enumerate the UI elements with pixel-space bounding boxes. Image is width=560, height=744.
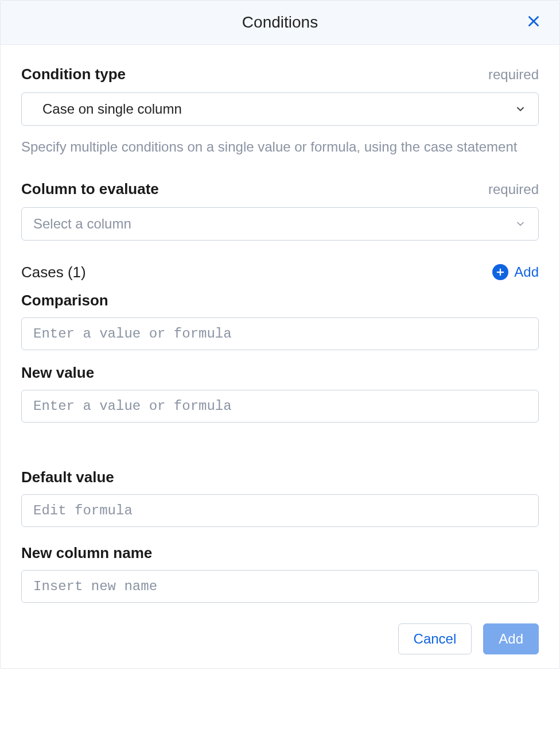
column-eval-select-wrap: Select a column (21, 207, 539, 241)
condition-type-group: Condition type required Case on single c… (21, 65, 539, 157)
plus-circle-icon (492, 264, 508, 280)
new-column-field: New column name (21, 544, 539, 603)
cancel-button[interactable]: Cancel (398, 623, 472, 654)
default-value-input[interactable] (21, 494, 539, 527)
new-column-label: New column name (21, 544, 539, 562)
required-tag: required (488, 181, 539, 197)
modal-title: Conditions (242, 13, 318, 32)
default-value-label: Default value (21, 468, 539, 486)
new-column-input[interactable] (21, 570, 539, 603)
add-case-label: Add (514, 264, 539, 280)
condition-type-header: Condition type required (21, 65, 539, 83)
required-tag: required (488, 67, 539, 83)
comparison-input[interactable] (21, 317, 539, 350)
condition-type-label: Condition type (21, 65, 126, 83)
default-value-field: Default value (21, 468, 539, 527)
modal-footer: Cancel Add (1, 618, 559, 668)
add-button[interactable]: Add (483, 623, 539, 654)
condition-type-select[interactable]: Case on single column (21, 92, 539, 126)
condition-type-help: Specify multiple conditions on a single … (21, 137, 539, 157)
column-eval-label: Column to evaluate (21, 180, 159, 198)
close-icon (526, 14, 541, 31)
column-eval-group: Column to evaluate required Select a col… (21, 180, 539, 241)
add-case-button[interactable]: Add (492, 264, 539, 280)
close-button[interactable] (526, 14, 541, 31)
newvalue-input[interactable] (21, 390, 539, 423)
cases-heading: Cases (1) (21, 264, 86, 281)
cases-group: Cases (1) Add Comparison New value (21, 264, 539, 423)
modal-body: Condition type required Case on single c… (1, 45, 559, 618)
modal-header: Conditions (1, 1, 559, 45)
condition-type-select-wrap: Case on single column (21, 92, 539, 126)
conditions-modal: Conditions Condition type required Case … (0, 0, 560, 669)
newvalue-label: New value (21, 364, 539, 382)
comparison-label: Comparison (21, 292, 539, 309)
column-eval-header: Column to evaluate required (21, 180, 539, 198)
column-eval-select[interactable]: Select a column (21, 207, 539, 241)
cases-header: Cases (1) Add (21, 264, 539, 281)
newvalue-field: New value (21, 364, 539, 423)
comparison-field: Comparison (21, 292, 539, 350)
